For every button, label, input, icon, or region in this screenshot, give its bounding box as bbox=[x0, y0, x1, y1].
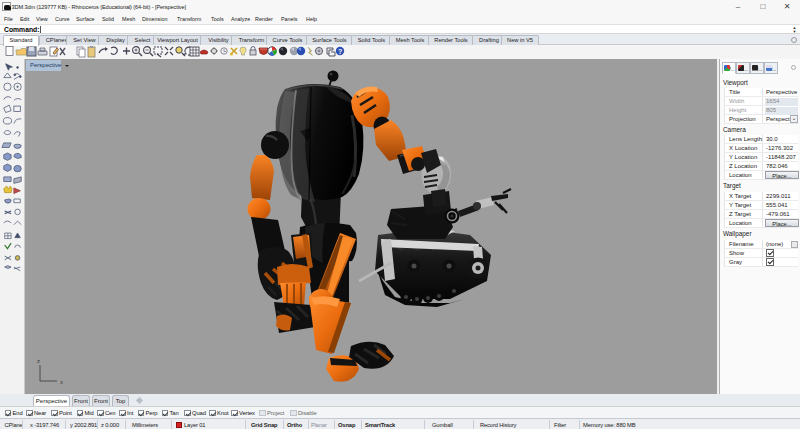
svg-text:?: ? bbox=[338, 48, 342, 55]
svg-text:x: x bbox=[60, 379, 63, 385]
svg-text:z: z bbox=[37, 358, 40, 364]
